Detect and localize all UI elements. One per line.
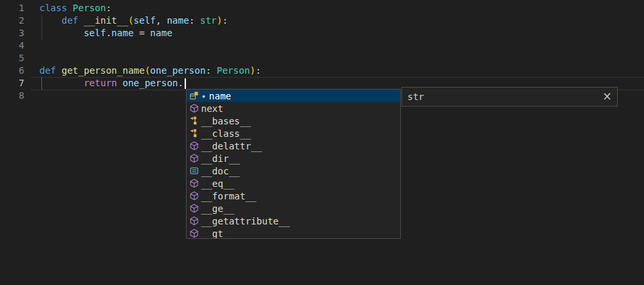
suggest-item[interactable]: __ge__ [187,202,400,215]
suggest-widget: ★namenext__bases____class____delattr____… [186,89,401,239]
code-text: class Person: [39,2,112,14]
suggest-item-label: __dir__ [201,153,240,164]
suggest-item-label: __format__ [201,191,256,201]
suggest-item[interactable]: __eq__ [187,177,400,190]
method-symbol-icon [189,216,199,226]
suggest-item[interactable]: __format__ [187,190,400,202]
class-symbol-icon [189,128,199,139]
text-cursor [185,78,186,89]
suggest-detail-type: str [407,88,424,106]
code-line-3[interactable]: 3 self.name = name [0,27,644,39]
suggest-details-panel: str × [402,87,618,107]
suggest-item-label: __bases__ [201,116,251,126]
suggest-item-label: __doc__ [201,166,240,176]
method-symbol-icon [189,178,199,189]
suggest-item-label: __gt__ [201,228,235,239]
suggest-item[interactable]: __getattribute__ [187,215,400,227]
code-text: def __init__(self, name: str): [39,14,228,27]
line-number: 8 [0,90,24,102]
suggest-item-label: __ge__ [201,203,235,214]
method-symbol-icon [189,191,199,201]
code-line-6[interactable]: 6def get_person_name(one_person: Person)… [0,65,644,77]
suggest-item-label: __getattribute__ [201,216,290,226]
suggest-item[interactable]: __dir__ [187,152,400,165]
code-line-4[interactable]: 4 [0,39,644,52]
intellicode-star-icon: ★ [202,92,206,99]
line-number: 3 [0,27,24,39]
suggest-item[interactable]: __delattr__ [187,140,400,152]
code-text: def get_person_name(one_person: Person): [39,65,261,77]
suggest-item-label: name [209,91,231,101]
doc-symbol-icon [189,166,199,176]
suggest-item-label: next [201,103,223,114]
line-number: 5 [0,52,24,65]
method-symbol-icon [189,141,199,151]
field-symbol-icon [189,91,199,101]
suggest-item-label: __delattr__ [201,141,262,151]
line-number: 4 [0,39,24,52]
code-text: return one_person. [39,77,183,90]
code-line-5[interactable]: 5 [0,52,644,65]
line-number: 6 [0,65,24,77]
line-number: 2 [0,14,24,27]
class-symbol-icon [189,116,199,126]
close-icon[interactable]: × [603,88,612,105]
method-symbol-icon [189,153,199,164]
method-symbol-icon [189,203,199,214]
code-line-2[interactable]: 2 def __init__(self, name: str): [0,14,644,27]
line-number: 7 [0,77,24,90]
suggest-item-label: __class__ [201,128,251,139]
suggest-item[interactable]: __doc__ [187,165,400,177]
suggest-item[interactable]: ★name [187,90,400,102]
suggest-item[interactable]: __bases__ [187,115,400,127]
suggest-item-label: __eq__ [201,178,235,189]
method-symbol-icon [189,228,199,239]
method-symbol-icon [189,103,199,114]
code-line-1[interactable]: 1class Person: [0,2,644,14]
code-text: self.name = name [39,27,172,39]
suggest-item[interactable]: __class__ [187,127,400,140]
code-editor[interactable]: 1class Person:2 def __init__(self, name:… [0,0,644,285]
suggest-item[interactable]: next [187,102,400,115]
suggest-list: ★namenext__bases____class____delattr____… [187,90,400,239]
suggest-item[interactable]: __gt__ [187,227,400,239]
line-number: 1 [0,2,24,14]
